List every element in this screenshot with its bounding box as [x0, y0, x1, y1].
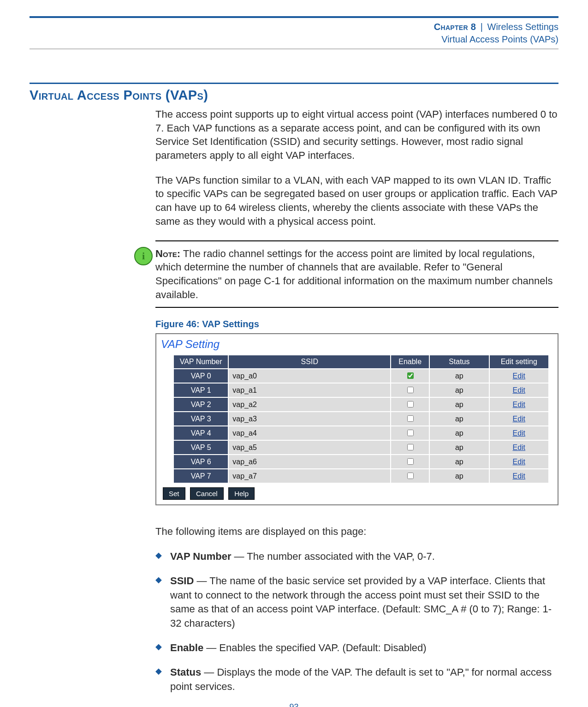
footer-dash: – [280, 702, 285, 707]
enable-checkbox[interactable] [407, 372, 414, 379]
edit-link[interactable]: Edit [512, 386, 525, 394]
table-row: VAP 1vap_a1apEdit [174, 383, 548, 397]
vap-number-cell: VAP 5 [174, 441, 228, 454]
enable-checkbox[interactable] [407, 387, 414, 393]
item-text: — The name of the basic service set prov… [170, 575, 552, 629]
item-label: VAP Number [170, 551, 231, 562]
enable-cell [391, 412, 429, 425]
enable-cell [391, 455, 429, 468]
enable-checkbox[interactable] [407, 401, 414, 407]
note-top-rule [155, 240, 558, 241]
note-label: Note: [155, 248, 180, 259]
status-cell: ap [430, 426, 488, 440]
col-vapnumber: VAP Number [174, 355, 228, 368]
edit-link[interactable]: Edit [512, 401, 525, 408]
item-text: — Enables the specified VAP. (Default: D… [203, 642, 426, 653]
table-row: VAP 7vap_a7apEdit [174, 469, 548, 483]
item-label: Status [170, 666, 201, 678]
table-row: VAP 3vap_a3apEdit [174, 412, 548, 425]
status-cell: ap [430, 383, 488, 397]
list-item: VAP Number — The number associated with … [155, 550, 558, 564]
set-button[interactable]: Set [163, 487, 185, 500]
list-item: Status — Displays the mode of the VAP. T… [155, 665, 558, 694]
vap-number-cell: VAP 0 [174, 369, 228, 383]
enable-checkbox[interactable] [407, 444, 414, 450]
enable-checkbox[interactable] [407, 415, 414, 422]
col-edit: Edit setting [490, 355, 548, 368]
table-row: VAP 4vap_a4apEdit [174, 426, 548, 440]
figure-screenshot: VAP Setting VAP Number SSID Enable Statu… [155, 333, 558, 505]
header-subsection: Virtual Access Points (VAPs) [30, 33, 558, 46]
figure-panel-title: VAP Setting [161, 338, 553, 351]
status-cell: ap [430, 398, 488, 411]
edit-cell: Edit [490, 455, 548, 468]
footer-dash: – [303, 702, 308, 707]
section-rule [30, 83, 558, 84]
table-row: VAP 2vap_a2apEdit [174, 398, 548, 411]
enable-cell [391, 469, 429, 483]
ssid-cell: vap_a2 [229, 398, 390, 411]
item-label: SSID [170, 575, 194, 587]
cancel-button[interactable]: Cancel [190, 487, 224, 500]
enable-checkbox[interactable] [407, 430, 414, 436]
item-text: — Displays the mode of the VAP. The defa… [170, 666, 552, 692]
table-header-row: VAP Number SSID Enable Status Edit setti… [174, 355, 548, 368]
edit-link[interactable]: Edit [512, 429, 525, 437]
vap-number-cell: VAP 7 [174, 469, 228, 483]
col-enable: Enable [391, 355, 429, 368]
vap-number-cell: VAP 4 [174, 426, 228, 440]
edit-cell: Edit [490, 369, 548, 383]
ssid-cell: vap_a6 [229, 455, 390, 468]
edit-link[interactable]: Edit [512, 458, 525, 466]
status-cell: ap [430, 455, 488, 468]
note-bottom-rule [155, 307, 558, 308]
table-row: VAP 5vap_a5apEdit [174, 441, 548, 454]
header-separator: | [479, 22, 485, 32]
enable-cell [391, 441, 429, 454]
edit-cell: Edit [490, 383, 548, 397]
edit-link[interactable]: Edit [512, 372, 525, 380]
body-paragraph: The VAPs function similar to a VLAN, wit… [155, 174, 558, 228]
ssid-cell: vap_a0 [229, 369, 390, 383]
vap-number-cell: VAP 3 [174, 412, 228, 425]
figure-button-bar: Set Cancel Help [163, 487, 553, 500]
table-row: VAP 0vap_a0apEdit [174, 369, 548, 383]
edit-cell: Edit [490, 441, 548, 454]
section-title: Virtual Access Points (VAPs) [30, 88, 558, 103]
item-text: — The number associated with the VAP, 0-… [231, 551, 434, 562]
ssid-cell: vap_a1 [229, 383, 390, 397]
page-footer: – 93 – [0, 702, 588, 707]
edit-cell: Edit [490, 412, 548, 425]
figure-caption: Figure 46: VAP Settings [155, 319, 558, 330]
edit-cell: Edit [490, 426, 548, 440]
vap-table: VAP Number SSID Enable Status Edit setti… [173, 354, 549, 484]
edit-link[interactable]: Edit [512, 443, 525, 451]
page-header: Chapter 8 | Wireless Settings Virtual Ac… [30, 21, 558, 46]
item-label: Enable [170, 642, 203, 653]
enable-cell [391, 369, 429, 383]
status-cell: ap [430, 441, 488, 454]
list-item: SSID — The name of the basic service set… [155, 574, 558, 631]
enable-checkbox[interactable] [407, 458, 414, 465]
list-item: Enable — Enables the specified VAP. (Def… [155, 641, 558, 655]
ssid-cell: vap_a5 [229, 441, 390, 454]
ssid-cell: vap_a7 [229, 469, 390, 483]
enable-cell [391, 398, 429, 411]
help-button[interactable]: Help [228, 487, 255, 500]
edit-link[interactable]: Edit [512, 472, 525, 480]
vap-number-cell: VAP 1 [174, 383, 228, 397]
enable-checkbox[interactable] [407, 473, 414, 479]
status-cell: ap [430, 369, 488, 383]
edit-link[interactable]: Edit [512, 415, 525, 423]
header-bottom-rule [30, 48, 558, 49]
ssid-cell: vap_a3 [229, 412, 390, 425]
col-status: Status [430, 355, 488, 368]
page-number: 93 [289, 702, 298, 707]
col-ssid: SSID [229, 355, 390, 368]
body-paragraph: The access point supports up to eight vi… [155, 108, 558, 162]
chapter-label: Chapter 8 [434, 22, 476, 32]
vap-number-cell: VAP 2 [174, 398, 228, 411]
edit-cell: Edit [490, 469, 548, 483]
enable-cell [391, 383, 429, 397]
vap-number-cell: VAP 6 [174, 455, 228, 468]
